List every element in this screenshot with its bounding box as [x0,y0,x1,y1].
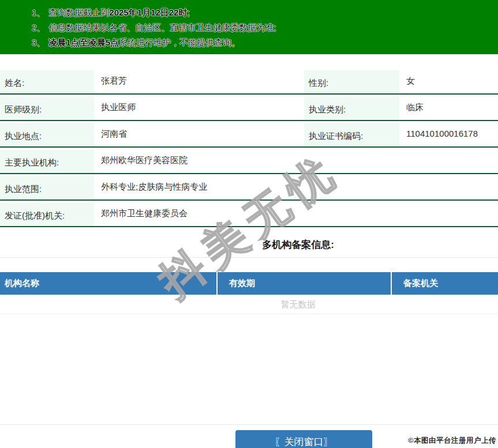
info-row-practice-scope: 执业范围: 外科专业;皮肤病与性病专业 [0,174,498,201]
field-value-practice-category: 临床 [399,95,498,120]
field-label-main-institution: 主要执业机构: [0,150,94,173]
uploader-watermark-note: ©本图由平台注册用户上传 [408,436,496,446]
field-value-gender: 女 [399,68,498,93]
notice-number: 3、 [32,37,45,47]
notice-text-bold: 2025年1月12日22时 [109,7,187,17]
info-row-level-category: 医师级别: 执业医师 执业类别: 临床 [0,95,498,121]
notice-number: 1、 [32,7,45,17]
notice-item-2: 2、信息数据结果以各省、自治区、直辖市卫生健康委数据为准; [32,20,492,35]
field-value-doctor-level: 执业医师 [94,95,304,120]
field-label-practice-category: 执业类别: [304,97,399,120]
info-row-name-gender: 姓名: 张君芳 性别: 女 [0,68,498,95]
field-value-practice-location: 河南省 [94,121,304,146]
filing-table-empty-state: 暂无数据 [0,295,498,314]
field-value-certificate-number: 110410100016178 [399,121,498,146]
notice-text: ; [187,7,189,17]
close-window-button[interactable]: 〖关闭窗口〗 [235,430,372,448]
field-label-practice-location: 执业地点: [0,123,94,146]
notice-item-3: 3、凌晨1点至凌晨5点系统进行维护，不能提供查询。 [32,35,492,50]
info-row-main-institution: 主要执业机构: 郑州欧华医疗美容医院 [0,148,498,174]
field-value-practice-scope: 外科专业;皮肤病与性病专业 [94,174,498,199]
notice-list: 1、查询数据截止到2025年1月12日22时; 2、信息数据结果以各省、自治区、… [32,5,492,50]
filing-section-title: 多机构备案信息: [0,227,498,258]
doctor-info-table: 姓名: 张君芳 性别: 女 医师级别: 执业医师 执业类别: 临床 执业地点: … [0,68,498,227]
field-value-issuing-authority: 郑州市卫生健康委员会 [94,201,498,226]
field-label-name: 姓名: [0,70,94,93]
field-label-issuing-authority: 发证(批准)机关: [0,203,94,226]
info-row-location-certno: 执业地点: 河南省 执业证书编码: 110410100016178 [0,121,498,148]
field-value-main-institution: 郑州欧华医疗美容医院 [94,148,498,173]
column-header-institution-name: 机构名称 [0,272,216,295]
notice-number: 2、 [32,22,45,32]
field-label-certificate-number: 执业证书编码: [304,123,399,146]
notice-banner: 1、查询数据截止到2025年1月12日22时; 2、信息数据结果以各省、自治区、… [0,0,498,54]
blank-area [0,314,498,424]
column-header-filing-authority: 备案机关 [391,272,498,295]
info-row-issuing-authority: 发证(批准)机关: 郑州市卫生健康委员会 [0,201,498,227]
filing-table-header: 机构名称 有效期 备案机关 [0,272,498,295]
notice-text: 信息数据结果以各省、自治区、直辖市卫生健康委数据为准; [48,22,276,32]
field-value-name: 张君芳 [94,68,304,93]
field-label-gender: 性别: [304,70,399,93]
field-label-practice-scope: 执业范围: [0,176,94,199]
column-header-validity-period: 有效期 [216,272,391,295]
field-label-doctor-level: 医师级别: [0,97,94,120]
notice-item-1: 1、查询数据截止到2025年1月12日22时; [32,5,492,20]
notice-text: 系统进行维护，不能提供查询。 [119,37,240,47]
notice-text: 查询数据截止到 [48,7,109,17]
notice-text-bold: 凌晨1点至凌晨5点 [48,37,119,47]
